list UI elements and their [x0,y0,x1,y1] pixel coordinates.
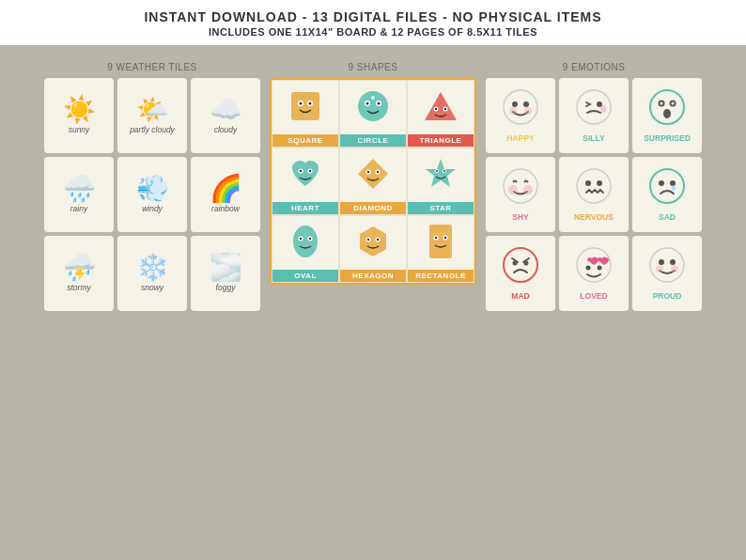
star-icon [423,153,458,194]
silly-label: SILLY [583,133,604,143]
svg-point-78 [656,265,663,272]
circle-icon [355,86,391,127]
sad-icon [648,167,686,210]
emotion-tile-sad: SAD [632,157,702,232]
svg-point-34 [309,238,311,240]
shape-tile-square: SQUARE [272,80,339,148]
shape-tile-triangle: TRIANGLE [407,80,474,148]
silly-icon [575,88,613,131]
svg-point-75 [650,248,684,282]
loved-icon [575,246,613,288]
svg-point-68 [672,185,676,191]
svg-point-38 [367,239,369,241]
cloudy-icon: ☁️ [210,97,242,123]
svg-point-9 [378,102,381,105]
svg-rect-40 [429,225,452,258]
svg-point-79 [671,265,678,272]
loved-label: LOVED [580,291,607,301]
rectangle-icon [427,221,454,262]
weather-tile-stormy: ⛈️ stormy [44,236,114,311]
svg-point-65 [650,169,684,203]
emotions-title: 9 EMOTIONS [563,62,626,72]
stormy-label: stormy [67,283,91,292]
weather-tile-sunny: ☀️ sunny [44,78,114,153]
svg-marker-20 [358,159,388,189]
svg-point-45 [504,90,537,124]
svg-point-23 [367,171,369,173]
diamond-label: DIAMOND [340,202,406,214]
surprised-icon [648,88,686,131]
emotion-tile-happy: HAPPY [486,78,555,153]
svg-point-56 [661,102,663,105]
svg-point-59 [504,169,537,203]
mad-icon [502,246,539,288]
weather-tile-cloudy: ☁️ cloudy [191,78,260,153]
header-line1: INSTANT DOWNLOAD - 13 DIGITAL FILES - NO… [0,9,746,24]
svg-point-19 [309,170,311,172]
hexagon-icon [355,221,391,262]
partly-cloudy-label: partly cloudy [130,125,175,134]
weather-tile-rainbow: 🌈 rainbow [191,157,260,232]
rainbow-icon: 🌈 [210,176,242,202]
sunny-icon: ☀️ [63,97,96,123]
svg-point-3 [300,102,303,105]
svg-point-70 [513,261,518,266]
happy-icon [502,88,539,131]
shape-tile-diamond: DIAMOND [339,148,407,215]
svg-point-15 [444,108,446,110]
shapes-title: 9 SHAPES [349,62,398,72]
shape-tile-circle: CIRCLE [339,80,407,148]
svg-point-39 [377,239,379,241]
svg-marker-35 [360,226,386,257]
nervous-icon [575,167,613,210]
svg-point-58 [663,109,671,118]
mad-label: MAD [511,291,529,301]
svg-point-8 [366,102,369,105]
emotion-tile-nervous: NERVOUS [559,157,629,232]
emotion-tile-mad: MAD [486,236,555,311]
emotion-tile-surprised: SURPRISED [632,78,702,153]
shape-tile-hexagon: HEXAGON [339,215,407,283]
svg-point-5 [358,91,388,121]
svg-point-44 [444,237,446,239]
weather-tile-windy: 💨 windy [117,157,187,232]
svg-marker-25 [426,159,456,187]
emotions-grid: HAPPY SILLY [486,78,702,311]
square-label: SQUARE [272,134,338,147]
shy-icon [502,167,539,210]
svg-point-47 [523,101,529,107]
rectangle-label: RECTANGLE [408,270,474,282]
sunny-label: sunny [69,125,90,134]
triangle-icon [423,86,458,127]
header-line2: INCLUDES ONE 11X14" BOARD & 12 PAGES OF … [0,26,746,38]
svg-point-53 [650,90,684,124]
cloudy-label: cloudy [214,125,238,134]
svg-point-61 [523,185,533,194]
svg-point-24 [377,171,379,173]
happy-label: HAPPY [506,133,534,143]
circle-label: CIRCLE [340,134,406,147]
weather-tile-rainy: 🌧️ rainy [44,157,114,232]
rainy-icon: 🌧️ [63,176,96,202]
svg-point-67 [670,180,676,186]
svg-point-33 [300,238,302,240]
heart-label: HEART [272,202,338,214]
shapes-grid: SQUARE CIRCLE [270,78,476,285]
rainbow-label: rainbow [211,204,240,213]
svg-point-18 [300,170,302,172]
proud-label: PROUD [653,291,682,301]
emotion-tile-silly: SILLY [559,78,629,153]
svg-point-71 [524,261,529,266]
emotions-section: 9 EMOTIONS HAPPY [486,62,702,311]
svg-point-63 [585,180,591,186]
stormy-icon: ⛈️ [63,255,96,281]
nervous-label: NERVOUS [574,212,614,222]
partly-cloudy-icon: 🌤️ [136,97,169,123]
shy-label: SHY [512,212,528,222]
heart-icon [288,153,323,194]
svg-point-57 [672,102,675,105]
svg-point-43 [435,237,437,239]
main-content: 9 WEATHER TILES ☀️ sunny 🌤️ partly cloud… [0,45,746,320]
emotion-tile-loved: LOVED [559,236,629,311]
svg-point-46 [512,101,518,107]
